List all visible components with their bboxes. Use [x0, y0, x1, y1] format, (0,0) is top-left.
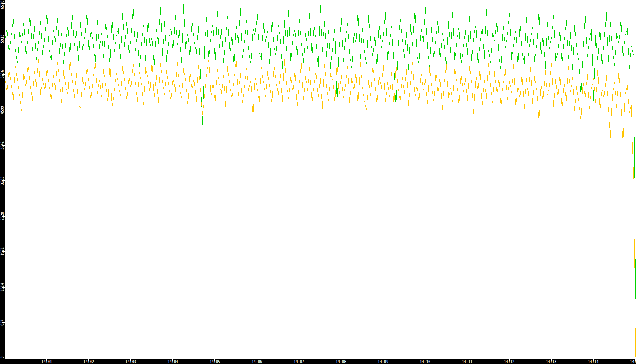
x-axis-label: 14:03 [125, 360, 137, 364]
y-axis-label: 657 [0, 319, 5, 326]
y-axis-label: 5256 [0, 70, 5, 79]
y-axis-label: 0 [0, 356, 5, 359]
y-axis-label: 1314 [0, 283, 5, 292]
x-axis-label: 14:13 [545, 360, 557, 364]
x-axis-label: 14:05 [209, 360, 221, 364]
y-axis-label: 6570 [0, 0, 5, 9]
x-axis-label: 14:02 [83, 360, 95, 364]
series-line-green [5, 4, 636, 300]
y-axis-label: 2628 [0, 212, 5, 221]
x-axis-label: 14:01 [41, 360, 53, 364]
traffic-monitor-graph: 0657131419712628328539424599525659136570… [0, 0, 636, 364]
y-axis-label: 5913 [0, 34, 5, 43]
x-axis-label: 14:12 [503, 360, 515, 364]
y-axis-label: 3285 [0, 176, 5, 185]
x-axis-label: 14:14 [587, 360, 599, 364]
x-axis-band [0, 359, 636, 364]
x-axis-label: 14:15 [629, 360, 636, 364]
x-axis-label: 14:10 [419, 360, 431, 364]
x-axis-label: 14:06 [251, 360, 263, 364]
y-axis-label: 3942 [0, 141, 5, 150]
y-axis-label: 4599 [0, 105, 5, 115]
x-axis-label: 14:11 [461, 360, 473, 364]
chart-plot-area [0, 0, 636, 364]
y-axis-label: 1971 [0, 247, 5, 256]
x-axis-label: 14:08 [335, 360, 347, 364]
x-axis-label: 14:04 [167, 360, 179, 364]
series-line-gold [5, 58, 636, 357]
x-axis-label: 14:09 [377, 360, 389, 364]
x-axis-label: 14:07 [293, 360, 305, 364]
